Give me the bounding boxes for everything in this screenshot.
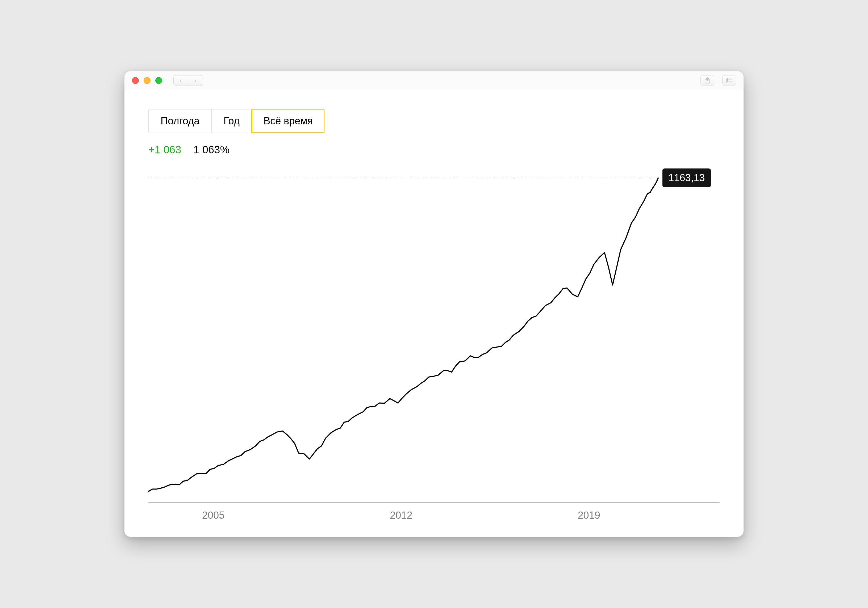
current-value-badge: 1163,13 xyxy=(662,169,711,187)
share-icon xyxy=(704,77,711,84)
x-tick: 2005 xyxy=(202,510,225,521)
current-value-text: 1163,13 xyxy=(668,172,705,183)
window-controls xyxy=(132,77,162,84)
close-icon[interactable] xyxy=(132,77,139,84)
tabs-button[interactable] xyxy=(722,75,736,86)
chevron-left-icon: ‹ xyxy=(180,77,182,85)
x-axis: 200520122019 xyxy=(149,502,719,521)
chart: 1163,13 xyxy=(149,166,719,497)
range-tab-2[interactable]: Всё время xyxy=(252,110,324,133)
price-line xyxy=(149,178,658,492)
range-tab-1[interactable]: Год xyxy=(212,110,252,133)
nav-back-button[interactable]: ‹ xyxy=(174,75,188,86)
zoom-icon[interactable] xyxy=(155,77,162,84)
change-percent: 1 063% xyxy=(193,144,229,156)
share-button[interactable] xyxy=(701,75,714,86)
stats-row: +1 063 1 063% xyxy=(149,144,719,156)
titlebar: ‹ › xyxy=(124,71,744,90)
change-absolute: +1 063 xyxy=(149,144,181,156)
line-chart-svg xyxy=(149,166,719,497)
svg-rect-1 xyxy=(726,79,731,83)
nav-forward-button[interactable]: › xyxy=(188,75,203,86)
nav-buttons: ‹ › xyxy=(174,75,203,86)
range-tab-0[interactable]: Полгода xyxy=(149,110,212,133)
x-tick: 2012 xyxy=(390,510,412,521)
minimize-icon[interactable] xyxy=(144,77,150,84)
tabs-icon xyxy=(726,77,733,84)
svg-rect-2 xyxy=(727,78,732,82)
x-tick: 2019 xyxy=(578,510,600,521)
app-window: ‹ › ПолгодаГодВсё время +1 063 1 063% xyxy=(124,71,744,537)
range-tabs: ПолгодаГодВсё время xyxy=(149,109,325,133)
chevron-right-icon: › xyxy=(194,77,197,85)
content: ПолгодаГодВсё время +1 063 1 063% 1163,1… xyxy=(124,90,744,537)
